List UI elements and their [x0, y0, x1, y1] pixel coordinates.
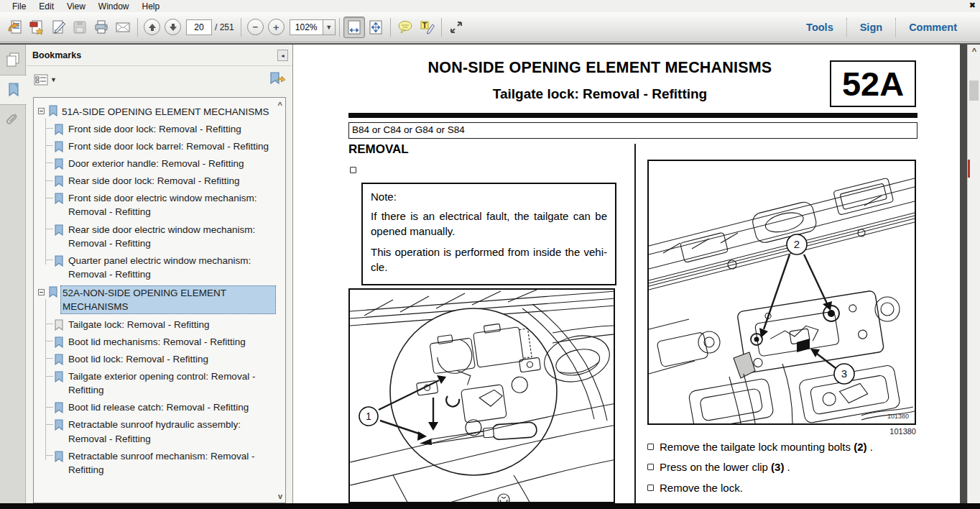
tools-button[interactable]: Tools: [793, 22, 846, 33]
options-dropdown-arrow: ▼: [50, 76, 57, 83]
bookmark-icon: [54, 141, 64, 152]
bookmark-icon: [54, 451, 64, 462]
page-number-input[interactable]: [186, 19, 212, 35]
create-pdf-button[interactable]: [26, 17, 47, 38]
tree-scroll-down-icon[interactable]: v: [278, 492, 282, 500]
menu-help[interactable]: Help: [136, 1, 167, 12]
collapse-expander-icon[interactable]: [38, 289, 45, 295]
bookmark-item[interactable]: Boot lid mechanisms: Removal - Refitting: [54, 333, 282, 350]
document-area: NON-SIDE OPENING ELEMENT MECHANISMS Tail…: [293, 45, 980, 503]
bookmark-item[interactable]: Door exterior handle: Removal - Refittin…: [54, 155, 282, 172]
email-button[interactable]: [112, 17, 134, 38]
vertical-scrollbar[interactable]: ^: [967, 45, 980, 503]
page-thumbnails-tab[interactable]: [0, 45, 26, 75]
save-button[interactable]: [69, 17, 91, 38]
comment-button[interactable]: Comment: [896, 22, 970, 33]
bookmark-root-label[interactable]: 52A-NON-SIDE OPENING ELEMENT MECHANISMS: [60, 285, 276, 314]
bookmark-group: 52A-NON-SIDE OPENING ELEMENT MECHANISMST…: [38, 285, 282, 479]
bookmarks-panel: Bookmarks ◄ ▼ ^ 51A-SIDE OPENING ELEMENT…: [27, 45, 293, 503]
attachments-tab[interactable]: [0, 105, 26, 135]
print-button[interactable]: [91, 17, 112, 38]
bookmark-arrow-icon: [269, 72, 285, 86]
menu-view[interactable]: View: [60, 1, 92, 12]
bookmark-root-label[interactable]: 51A-SIDE OPENING ELEMENT MECHANISMS: [62, 105, 269, 119]
bookmark-item[interactable]: Boot lid lock: Removal - Refitting: [54, 350, 282, 367]
sticky-note-button[interactable]: [394, 17, 416, 38]
step-bullet-icon: [350, 167, 356, 173]
collapse-panel-button[interactable]: ◄: [277, 50, 288, 61]
expand-current-bookmark-button[interactable]: [269, 72, 285, 88]
bookmark-item-label[interactable]: Boot lid release catch: Removal - Refitt…: [68, 400, 249, 414]
bookmark-item-label[interactable]: Front side door lock: Removal - Refittin…: [68, 122, 241, 136]
bookmark-options-button[interactable]: ▼: [34, 74, 57, 86]
zoom-dropdown-arrow[interactable]: ▼: [323, 19, 336, 35]
scrollbar-thumb[interactable]: [969, 81, 979, 101]
email-icon: [114, 19, 131, 36]
bookmark-item[interactable]: Tailgate exterior opening control: Remov…: [54, 368, 282, 399]
open-file-icon: [6, 19, 24, 36]
open-file-button[interactable]: [4, 17, 26, 38]
bookmark-root-item[interactable]: 51A-SIDE OPENING ELEMENT MECHANISMS: [38, 104, 282, 120]
bookmark-item[interactable]: Retractable sunroof mechanism: Removal -…: [54, 447, 282, 478]
bookmark-root-item[interactable]: 52A-NON-SIDE OPENING ELEMENT MECHANISMS: [38, 285, 282, 316]
bookmark-item[interactable]: Retractable sunroof hydraulic assembly: …: [54, 416, 282, 447]
bookmark-icon: [54, 175, 64, 187]
bookmark-item[interactable]: Rear side door electric window mechanism…: [54, 221, 282, 252]
bookmarks-tab[interactable]: [0, 75, 27, 105]
menu-edit[interactable]: Edit: [32, 1, 60, 12]
bookmark-item-label[interactable]: Quarter panel electric window mechanism:…: [68, 254, 277, 281]
page-thumbnails-icon: [6, 52, 20, 68]
bookmark-item-label[interactable]: Tailgate exterior opening control: Remov…: [68, 370, 277, 397]
collapse-expander-icon[interactable]: [38, 108, 45, 114]
scrollbar-up-icon[interactable]: ^: [968, 47, 980, 55]
fullscreen-arrows-icon: [448, 19, 465, 36]
bookmark-item[interactable]: Rear side door lock: Removal - Refitting: [54, 173, 282, 190]
svg-text:T: T: [422, 22, 427, 29]
fit-page-button[interactable]: [365, 17, 387, 38]
menu-file[interactable]: File: [6, 1, 32, 12]
menu-window[interactable]: Window: [92, 1, 136, 12]
tailgate-trim-illustration: 1: [350, 290, 615, 503]
highlighter-icon: T: [418, 19, 435, 36]
step-text: Press on the lower clip (3) .: [660, 461, 790, 474]
fit-width-button[interactable]: [343, 17, 365, 38]
bookmark-item-label[interactable]: Tailgate lock: Removal - Refitting: [68, 318, 210, 331]
arrow-down-icon: [169, 23, 177, 32]
bookmark-item[interactable]: Front side door electric window mechanis…: [54, 190, 282, 221]
zoom-out-button[interactable]: −: [247, 19, 264, 35]
bookmark-options-icon: [34, 74, 48, 86]
bookmark-item-label[interactable]: Rear side door lock: Removal - Refitting: [68, 174, 240, 188]
bookmark-item-label[interactable]: Retractable sunroof hydraulic assembly: …: [68, 418, 277, 445]
bookmark-item-label[interactable]: Boot lid mechanisms: Removal - Refitting: [68, 335, 246, 349]
zoom-level-input[interactable]: 102%: [290, 19, 323, 35]
bookmark-item[interactable]: Boot lid release catch: Removal - Refitt…: [54, 399, 282, 416]
vehicle-codes-box: B84 or C84 or G84 or S84: [348, 122, 917, 139]
bookmark-item-label[interactable]: Door exterior handle: Removal - Refittin…: [68, 157, 244, 170]
bookmark-item[interactable]: Quarter panel electric window mechanism:…: [54, 252, 282, 283]
zoom-in-button[interactable]: ＋: [268, 19, 285, 35]
next-page-button[interactable]: [165, 19, 181, 35]
sign-document-button[interactable]: [47, 17, 69, 38]
sign-pen-icon: [50, 19, 67, 36]
sign-button[interactable]: Sign: [847, 22, 895, 33]
close-icon[interactable]: ✖: [969, 1, 976, 10]
bookmark-icon: [54, 336, 64, 348]
note-paragraph: This operation is performed from inside …: [371, 245, 607, 275]
bookmark-item-label[interactable]: Rear side door electric window mechanism…: [68, 223, 277, 250]
figure-tailgate-trim: 1: [348, 288, 615, 503]
previous-page-button[interactable]: [144, 19, 160, 35]
fullscreen-button[interactable]: [445, 17, 467, 38]
bookmark-item[interactable]: Front side door lock: Removal - Refittin…: [54, 120, 282, 137]
bookmark-item-label[interactable]: Retractable sunroof mechanism: Removal -…: [68, 449, 277, 477]
bookmark-item[interactable]: Tailgate lock: Removal - Refitting: [54, 316, 282, 333]
fit-width-icon: [346, 19, 362, 35]
menu-bar: FileEditViewWindowHelp ✖: [0, 0, 980, 12]
section-code-badge: 52A: [830, 60, 916, 107]
bookmark-item-label[interactable]: Boot lid lock: Removal - Refitting: [68, 352, 208, 366]
step-bullet-icon: [647, 485, 654, 491]
bookmark-item-label[interactable]: Front side door electric window mechanis…: [68, 191, 277, 219]
bookmark-item-label[interactable]: Front side door lock barrel: Removal - R…: [68, 139, 269, 153]
highlight-text-button[interactable]: T: [416, 17, 438, 38]
bookmark-item[interactable]: Front side door lock barrel: Removal - R…: [54, 137, 282, 155]
figure-number-watermark: 101380: [887, 413, 909, 420]
